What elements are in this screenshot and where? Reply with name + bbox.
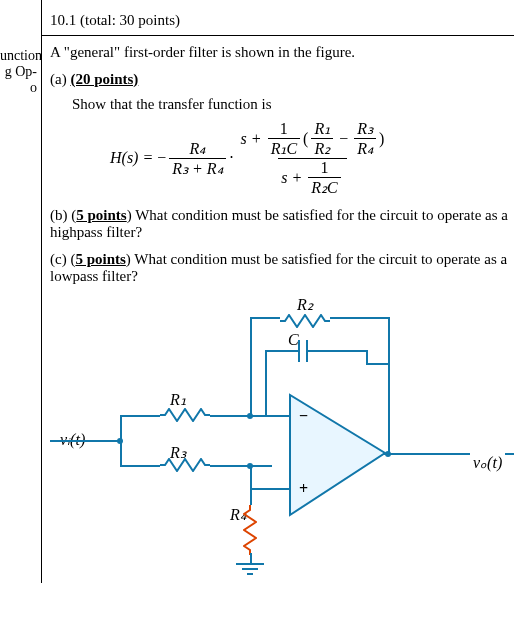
node-dot-icon xyxy=(247,463,253,469)
ratioA-num: R₁ xyxy=(311,119,333,138)
left-margin: unction g Op- o xyxy=(0,0,42,583)
circuit-diagram: R₂ C vᵢ(t) R₁ xyxy=(50,295,514,575)
ground-icon xyxy=(236,563,264,581)
content: 10.1 (total: 30 points) A "general" firs… xyxy=(42,0,514,583)
inv-R2C-den: R₂C xyxy=(308,177,340,197)
R2-group: R₂ xyxy=(280,295,330,328)
wire xyxy=(120,415,122,467)
problem-number: 10.1 xyxy=(50,12,76,28)
dot-op: · xyxy=(229,149,235,167)
transfer-function-formula: H(s) = − R₄ R₃ + R₄ · s + 1 xyxy=(110,119,514,197)
bignum-s-plus: s + xyxy=(241,130,262,148)
opamp-icon xyxy=(275,385,395,525)
left-stub: unction g Op- o xyxy=(0,48,37,96)
vout-label: vₒ(t) xyxy=(470,453,505,472)
inv-R1C-den: R₁C xyxy=(268,138,300,158)
opamp: − + xyxy=(275,385,395,529)
resistor-icon xyxy=(280,314,330,328)
wire xyxy=(306,350,366,352)
part-c-points: 5 points xyxy=(75,251,125,267)
R1-label: R₁ xyxy=(170,390,186,409)
total-points: (total: 30 points) xyxy=(80,12,180,28)
opamp-minus: − xyxy=(299,407,308,425)
node-dot-icon xyxy=(247,413,253,419)
wire xyxy=(265,350,298,352)
ratioB-num: R₃ xyxy=(354,119,376,138)
wire xyxy=(366,363,390,365)
wire xyxy=(210,465,272,467)
resistor-icon xyxy=(160,408,210,422)
part-b: (b) (5 points) What condition must be sa… xyxy=(50,207,514,241)
wire xyxy=(265,350,267,417)
header-row: 10.1 (total: 30 points) xyxy=(42,12,514,36)
R4-resistor xyxy=(243,505,257,559)
inv-R2C-num: 1 xyxy=(317,159,331,177)
cap-plate-icon xyxy=(298,340,300,362)
wire xyxy=(120,415,160,417)
close-paren: ) xyxy=(379,130,384,148)
wire xyxy=(250,317,280,319)
big-fraction: s + 1 R₁C ( R₁ R₂ xyxy=(238,119,388,197)
minus-sign: − xyxy=(157,149,166,167)
wire xyxy=(250,465,252,505)
stub-line: g Op- xyxy=(0,64,37,80)
part-b-label: (b) xyxy=(50,207,68,223)
formula-lhs: H(s) = xyxy=(110,149,153,167)
wire xyxy=(50,440,120,442)
resistor-icon xyxy=(243,505,257,555)
stub-line: unction xyxy=(0,48,37,64)
R2-label: R₂ xyxy=(297,295,313,314)
stub-line: o xyxy=(0,80,37,96)
wire xyxy=(120,465,160,467)
ratioA-den: R₂ xyxy=(311,138,333,158)
part-a-points: (20 points) xyxy=(70,71,138,87)
R1-resistor xyxy=(160,408,210,426)
part-a-lead: Show that the transfer function is xyxy=(72,96,514,113)
inv-R1C-num: 1 xyxy=(277,120,291,138)
bigden-s-plus: s + xyxy=(281,169,302,187)
opamp-plus: + xyxy=(299,480,308,498)
page: unction g Op- o 10.1 (total: 30 points) … xyxy=(0,0,514,583)
R3-resistor xyxy=(160,458,210,476)
ratioB-den: R₄ xyxy=(354,138,376,158)
frac-R4-over-R3plusR4: R₄ R₃ + R₄ xyxy=(169,139,225,178)
part-a-header: (a) (20 points) xyxy=(50,71,514,88)
minus2: − xyxy=(339,130,348,148)
part-c-label: (c) xyxy=(50,251,67,267)
frac1-num: R₄ xyxy=(187,139,209,158)
part-a-label: (a) xyxy=(50,71,67,87)
part-b-points: 5 points xyxy=(76,207,126,223)
frac1-den: R₃ + R₄ xyxy=(169,158,225,178)
intro-text: A "general" first-order filter is shown … xyxy=(50,44,514,61)
open-paren: ( xyxy=(303,130,308,148)
resistor-icon xyxy=(160,458,210,472)
wire xyxy=(250,317,252,417)
wire xyxy=(330,317,390,319)
part-c: (c) (5 points) What condition must be sa… xyxy=(50,251,514,285)
